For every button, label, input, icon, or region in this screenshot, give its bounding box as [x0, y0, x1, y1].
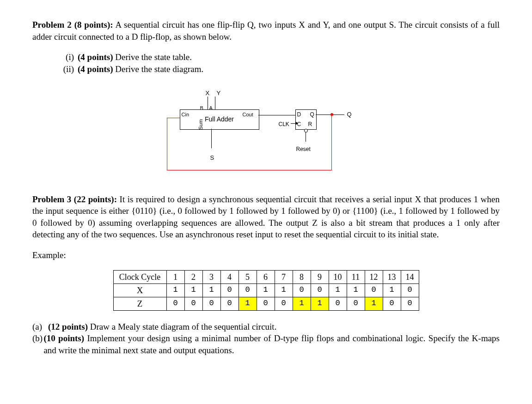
table-cell: 1	[383, 283, 401, 297]
part-b-label: (b)	[32, 332, 43, 356]
table-cell: 1	[275, 283, 293, 297]
table-cell: 1	[311, 297, 329, 310]
table-row-header: Z	[113, 297, 166, 310]
part-i-points: (4 points)	[78, 52, 113, 62]
circuit-diagram-canvas: X Y Full Adder B A Cin Cout Sum S D Q C …	[158, 89, 375, 177]
table-row-header: Clock Cycle	[113, 270, 166, 283]
example-label: Example:	[32, 249, 500, 261]
part-i-number: (i)	[55, 51, 78, 63]
part-ii-number: (ii)	[55, 63, 78, 75]
s-label: S	[210, 154, 214, 162]
q-node-dot	[330, 113, 333, 116]
table-cell: 0	[202, 297, 220, 310]
table-cell: 3	[202, 270, 220, 283]
table-cell: 1	[202, 283, 220, 297]
table-row-header: X	[113, 283, 166, 297]
wire-sum	[211, 129, 212, 148]
table-cell: 0	[401, 283, 419, 297]
table-cell: 0	[257, 297, 275, 310]
table-cell: 2	[184, 270, 202, 283]
part-a-points: (12 points)	[48, 322, 88, 332]
feedback-wire	[167, 118, 180, 118]
example-table-container: Clock Cycle1234567891011121314X111001100…	[32, 270, 500, 311]
wire-y	[215, 96, 215, 109]
table-cell: 0	[347, 297, 365, 310]
port-d: D	[297, 111, 301, 118]
table-cell: 1	[166, 270, 184, 283]
table-cell: 0	[365, 283, 383, 297]
wire-clk	[291, 123, 295, 124]
table-cell: 1	[347, 283, 365, 297]
problem-2-part-i: (i) (4 points) Derive the state table.	[55, 51, 500, 63]
clock-triangle-icon	[295, 121, 298, 125]
table-cell: 1	[365, 297, 383, 310]
table-cell: 0	[238, 283, 257, 297]
table-cell: 11	[347, 270, 365, 283]
part-a-text: Draw a Mealy state diagram of the sequen…	[88, 322, 276, 332]
table-cell: 0	[220, 283, 238, 297]
table-cell: 1	[257, 283, 275, 297]
wire-x	[208, 96, 208, 109]
wire-cout-to-d	[258, 115, 295, 115]
part-i-text: Derive the state table.	[113, 52, 192, 62]
xy-label: X Y	[206, 89, 224, 97]
table-cell: 1	[238, 297, 257, 310]
problem-2-subparts: (i) (4 points) Derive the state table. (…	[55, 51, 500, 75]
port-a: A	[209, 105, 213, 112]
port-q-internal: Q	[310, 111, 314, 118]
table-cell: 5	[238, 270, 257, 283]
table-cell: 9	[311, 270, 329, 283]
table-cell: 1	[184, 283, 202, 297]
problem-3-heading: Problem 3 (22 points):	[32, 194, 117, 204]
table-cell: 0	[184, 297, 202, 310]
clk-label: CLK	[279, 121, 289, 128]
table-cell: 0	[311, 283, 329, 297]
table-cell: 1	[166, 283, 184, 297]
table-cell: 0	[383, 297, 401, 310]
table-cell: 0	[329, 297, 347, 310]
circuit-diagram: X Y Full Adder B A Cin Cout Sum S D Q C …	[32, 89, 500, 177]
port-r: R	[308, 121, 312, 128]
problem-3-subparts: (a) (12 points) Draw a Mealy state diagr…	[32, 321, 500, 356]
problem-2-part-ii: (ii) (4 points) Derive the state diagram…	[55, 63, 500, 75]
table-cell: 10	[329, 270, 347, 283]
reset-bubble-icon	[304, 129, 308, 133]
table-cell: 0	[401, 297, 419, 310]
table-cell: 1	[293, 297, 311, 310]
problem-3-part-a: (a) (12 points) Draw a Mealy state diagr…	[32, 321, 500, 333]
feedback-wire	[167, 170, 332, 170]
table-cell: 6	[257, 270, 275, 283]
part-ii-text: Derive the state diagram.	[113, 64, 204, 74]
table-cell: 14	[401, 270, 419, 283]
table-cell: 12	[365, 270, 383, 283]
feedback-wire	[331, 115, 332, 170]
problem-3-statement: Problem 3 (22 points): It is required to…	[32, 193, 500, 241]
q-output-label: Q	[347, 110, 352, 119]
table-cell: 8	[293, 270, 311, 283]
port-cin: Cin	[182, 111, 190, 118]
example-table: Clock Cycle1234567891011121314X111001100…	[113, 270, 419, 311]
table-cell: 13	[383, 270, 401, 283]
port-cout: Cout	[243, 111, 253, 118]
part-a-label: (a)	[32, 321, 48, 333]
table-cell: 1	[329, 283, 347, 297]
part-b-points: (10 points)	[43, 333, 84, 343]
problem-2: Problem 2 (8 points): A sequential circu…	[32, 19, 500, 75]
problem-2-heading: Problem 2 (8 points):	[32, 20, 113, 30]
part-ii-points: (4 points)	[78, 64, 113, 74]
table-cell: 0	[275, 297, 293, 310]
port-b: B	[200, 105, 203, 112]
feedback-wire	[167, 118, 167, 170]
table-cell: 0	[166, 297, 184, 310]
problem-2-statement: Problem 2 (8 points): A sequential circu…	[32, 19, 500, 42]
reset-label: Reset	[296, 145, 311, 153]
table-cell: 0	[220, 297, 238, 310]
table-cell: 0	[293, 283, 311, 297]
problem-3-part-b: (b) (10 points) Implement your design us…	[32, 332, 500, 356]
table-cell: 4	[220, 270, 238, 283]
port-sum: Sum	[197, 119, 204, 130]
part-b-text: Implement your design using a minimal nu…	[43, 333, 500, 355]
wire-q-out	[316, 115, 344, 115]
problem-3: Problem 3 (22 points): It is required to…	[32, 193, 500, 356]
table-cell: 7	[275, 270, 293, 283]
